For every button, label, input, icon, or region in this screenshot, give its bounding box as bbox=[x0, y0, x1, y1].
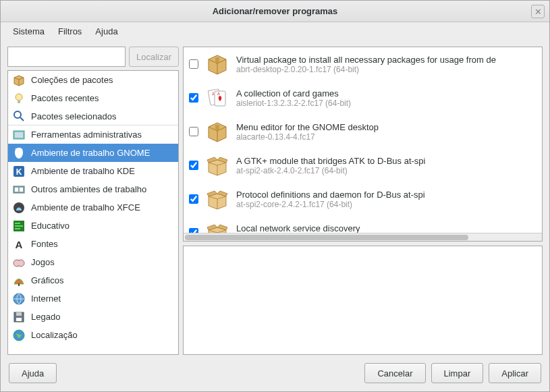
gnome-icon bbox=[12, 146, 26, 160]
box-open-icon bbox=[205, 153, 229, 177]
games-icon bbox=[12, 256, 26, 269]
edu-icon bbox=[12, 219, 26, 233]
package-title: A GTK+ module that bridges ATK to D-Bus … bbox=[236, 156, 425, 166]
package-subtitle: abrt-desktop-2.0.20-1.fc17 (64-bit) bbox=[236, 65, 496, 74]
xfce-icon bbox=[12, 201, 26, 215]
menu-ajuda[interactable]: Ajuda bbox=[88, 24, 124, 38]
category-label: Ambiente de trabalho XFCE bbox=[31, 202, 140, 213]
package-title: Protocol definitions and daemon for D-Bu… bbox=[236, 190, 425, 200]
category-label: Coleções de pacotes bbox=[31, 75, 113, 85]
category-item[interactable]: KAmbiente de trabalho KDE bbox=[8, 162, 178, 180]
package-subtitle: alacarte-0.13.4-4.fc17 bbox=[236, 132, 379, 142]
magnifier-icon bbox=[12, 109, 26, 123]
category-label: Outros ambientes de trabalho bbox=[31, 184, 146, 194]
svg-text:A: A bbox=[217, 92, 220, 96]
svg-point-3 bbox=[14, 111, 21, 118]
package-checkbox[interactable] bbox=[189, 194, 198, 204]
close-icon: ✕ bbox=[534, 7, 542, 17]
category-item[interactable]: Localização bbox=[8, 326, 178, 344]
menu-sistema[interactable]: Sistema bbox=[6, 24, 51, 38]
category-label: Pacotes selecionados bbox=[31, 111, 116, 121]
category-item[interactable]: Pacotes recentes bbox=[8, 89, 178, 107]
apply-button[interactable]: Aplicar bbox=[489, 363, 541, 383]
package-title: Menu editor for the GNOME desktop bbox=[236, 122, 379, 132]
cancel-button[interactable]: Cancelar bbox=[364, 363, 425, 383]
category-item[interactable]: Ambiente de trabalho GNOME bbox=[8, 144, 178, 162]
package-item[interactable]: A GTK+ module that bridges ATK to D-Bus … bbox=[184, 148, 542, 182]
box-icon bbox=[12, 74, 26, 87]
category-item[interactable]: Legado bbox=[8, 308, 178, 326]
svg-point-1 bbox=[16, 94, 22, 101]
svg-text:A: A bbox=[16, 239, 23, 250]
category-label: Fontes bbox=[31, 239, 58, 249]
svg-rect-28 bbox=[215, 57, 219, 63]
svg-text:K: K bbox=[16, 167, 22, 177]
close-button[interactable]: ✕ bbox=[531, 5, 545, 18]
body: Localizar Coleções de pacotesPacotes rec… bbox=[1, 40, 549, 362]
package-subtitle: at-spi2-core-2.4.2-1.fc17 (64-bit) bbox=[236, 200, 425, 209]
category-item[interactable]: Gráficos bbox=[8, 271, 178, 289]
svg-rect-15 bbox=[20, 188, 23, 192]
category-label: Ferramentas administrativas bbox=[31, 130, 142, 140]
search-field-wrap bbox=[7, 47, 126, 67]
svg-rect-21 bbox=[15, 261, 23, 265]
package-item[interactable]: Virtual package to install all necessary… bbox=[184, 47, 542, 81]
svg-rect-14 bbox=[15, 188, 18, 192]
category-label: Jogos bbox=[31, 257, 55, 267]
package-checkbox[interactable] bbox=[189, 161, 198, 170]
search-input[interactable] bbox=[16, 52, 121, 62]
category-item[interactable]: Jogos bbox=[8, 253, 178, 271]
category-label: Localização bbox=[31, 330, 78, 340]
category-label: Pacotes recentes bbox=[31, 93, 99, 103]
horizontal-scrollbar[interactable] bbox=[184, 233, 542, 241]
svg-rect-33 bbox=[215, 125, 219, 130]
floppy-icon bbox=[12, 310, 26, 324]
svg-point-10 bbox=[22, 148, 23, 150]
graphics-icon bbox=[12, 274, 26, 287]
category-item[interactable]: Ferramentas administrativas bbox=[8, 125, 178, 144]
fonts-icon: A bbox=[12, 237, 26, 251]
other-de-icon bbox=[12, 183, 26, 196]
category-item[interactable]: AFontes bbox=[8, 235, 178, 253]
category-item[interactable]: Internet bbox=[8, 289, 178, 308]
left-pane: Localizar Coleções de pacotesPacotes rec… bbox=[7, 47, 179, 355]
category-item[interactable]: Educativo bbox=[8, 217, 178, 235]
window-title: Adicionar/remover programas bbox=[213, 6, 338, 16]
svg-rect-22 bbox=[18, 283, 20, 286]
app-window: Adicionar/remover programas ✕ Sistema Fi… bbox=[0, 0, 550, 392]
package-text: Virtual package to install all necessary… bbox=[236, 55, 496, 74]
category-item[interactable]: Pacotes selecionados bbox=[8, 107, 178, 125]
package-text: Menu editor for the GNOME desktopalacart… bbox=[236, 122, 379, 142]
category-label: Ambiente de trabalho GNOME bbox=[31, 148, 150, 158]
scrollbar-thumb[interactable] bbox=[185, 235, 468, 240]
package-checkbox[interactable] bbox=[189, 93, 198, 103]
svg-point-8 bbox=[18, 147, 19, 148]
package-list[interactable]: Virtual package to install all necessary… bbox=[183, 47, 543, 242]
package-item[interactable]: Menu editor for the GNOME desktopalacart… bbox=[184, 115, 542, 148]
titlebar: Adicionar/remover programas ✕ bbox=[1, 1, 549, 22]
globe-icon bbox=[12, 329, 26, 342]
package-checkbox[interactable] bbox=[189, 127, 198, 136]
svg-rect-2 bbox=[18, 101, 20, 103]
package-title: Virtual package to install all necessary… bbox=[236, 55, 496, 65]
package-item[interactable]: 2AA collection of card gamesaisleriot-1:… bbox=[184, 81, 542, 115]
right-pane: Virtual package to install all necessary… bbox=[183, 47, 543, 355]
clear-button[interactable]: Limpar bbox=[431, 363, 484, 383]
internet-icon bbox=[12, 292, 26, 306]
package-checkbox[interactable] bbox=[189, 59, 198, 69]
category-label: Internet bbox=[31, 293, 61, 304]
category-item[interactable]: Outros ambientes de trabalho bbox=[8, 180, 178, 198]
box-closed-icon bbox=[205, 119, 229, 144]
category-label: Gráficos bbox=[31, 275, 63, 285]
svg-line-4 bbox=[20, 117, 24, 121]
cards-icon: 2A bbox=[205, 86, 229, 110]
category-list[interactable]: Coleções de pacotesPacotes recentesPacot… bbox=[7, 70, 179, 355]
help-button[interactable]: Ajuda bbox=[9, 363, 57, 383]
package-item[interactable]: Protocol definitions and daemon for D-Bu… bbox=[184, 182, 542, 216]
category-item[interactable]: Coleções de pacotes bbox=[8, 71, 178, 89]
search-button[interactable]: Localizar bbox=[129, 47, 179, 67]
svg-point-9 bbox=[20, 148, 21, 149]
category-item[interactable]: Ambiente de trabalho XFCE bbox=[8, 198, 178, 217]
menu-filtros[interactable]: Filtros bbox=[51, 24, 88, 38]
button-bar: Ajuda Cancelar Limpar Aplicar bbox=[1, 362, 549, 391]
